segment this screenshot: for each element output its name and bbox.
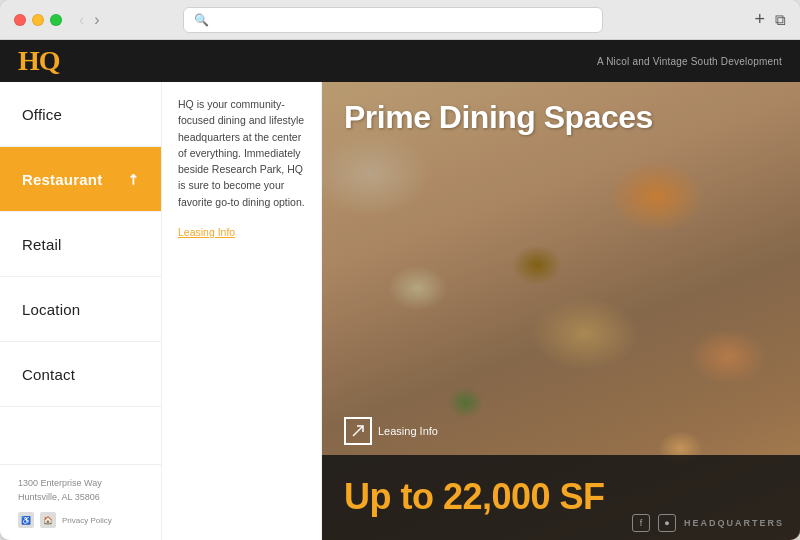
promo-subtitle: Up to 22,000 SF (344, 476, 605, 518)
contact-label: Contact (22, 366, 75, 383)
sidebar-item-retail[interactable]: Retail (0, 212, 161, 277)
content-area: HQ is your community-focused dining and … (162, 82, 800, 540)
maximize-button[interactable] (50, 14, 62, 26)
sidebar-item-contact[interactable]: Contact (0, 342, 161, 407)
site-tagline: A Nicol and Vintage South Development (597, 56, 782, 67)
search-input[interactable] (215, 13, 592, 27)
sidebar-address: 1300 Enterprise Way Huntsville, AL 35806 (18, 477, 143, 504)
site-logo: HQ (18, 47, 60, 75)
duplicate-tab-button[interactable]: ⧉ (775, 11, 786, 29)
back-button[interactable]: ‹ (76, 11, 87, 29)
address-bar[interactable]: 🔍 (183, 7, 603, 33)
site-topbar: HQ A Nicol and Vintage South Development (0, 40, 800, 82)
sidebar-footer-links: ♿ 🏠 Privacy Policy (18, 512, 143, 528)
description-text: HQ is your community-focused dining and … (178, 96, 305, 210)
social-label: HEADQUARTERS (684, 518, 784, 528)
new-tab-button[interactable]: + (754, 9, 765, 30)
location-label: Location (22, 301, 80, 318)
close-button[interactable] (14, 14, 26, 26)
description-panel: HQ is your community-focused dining and … (162, 82, 322, 540)
svg-line-0 (353, 426, 363, 436)
leasing-arrow-icon (344, 417, 372, 445)
wheelchair-icon: 🏠 (40, 512, 56, 528)
minimize-button[interactable] (32, 14, 44, 26)
social-footer: f ● HEADQUARTERS (632, 514, 784, 532)
website-content: HQ A Nicol and Vintage South Development… (0, 40, 800, 540)
promo-leasing-badge[interactable]: Leasing Info (344, 417, 438, 445)
accessibility-icon: ♿ (18, 512, 34, 528)
address-line2: Huntsville, AL 35806 (18, 491, 143, 505)
browser-actions: + ⧉ (754, 9, 786, 30)
office-label: Office (22, 106, 62, 123)
main-layout: Office Restaurant ↗ Retail Location Cont… (0, 82, 800, 540)
instagram-icon[interactable]: ● (658, 514, 676, 532)
browser-window: ‹ › 🔍 + ⧉ HQ A Nicol and Vintage South D… (0, 0, 800, 540)
traffic-lights (14, 14, 62, 26)
facebook-icon[interactable]: f (632, 514, 650, 532)
promo-title: Prime Dining Spaces (344, 100, 653, 135)
sidebar-footer: 1300 Enterprise Way Huntsville, AL 35806… (0, 464, 161, 540)
leasing-badge-label: Leasing Info (378, 425, 438, 437)
privacy-policy-link[interactable]: Privacy Policy (62, 516, 112, 525)
address-line1: 1300 Enterprise Way (18, 477, 143, 491)
browser-titlebar: ‹ › 🔍 + ⧉ (0, 0, 800, 40)
sidebar-item-restaurant[interactable]: Restaurant ↗ (0, 147, 161, 212)
promo-panel: Up to 22,000 SF f ● HEADQUARTERS Prime D… (322, 82, 800, 540)
nav-arrows: ‹ › (76, 11, 103, 29)
forward-button[interactable]: › (91, 11, 102, 29)
sidebar-nav: Office Restaurant ↗ Retail Location Cont… (0, 82, 161, 464)
sidebar: Office Restaurant ↗ Retail Location Cont… (0, 82, 162, 540)
restaurant-label: Restaurant (22, 171, 102, 188)
promo-bottom-bar: Up to 22,000 SF f ● HEADQUARTERS (322, 455, 800, 540)
sidebar-item-office[interactable]: Office (0, 82, 161, 147)
restaurant-arrow-icon: ↗ (123, 169, 143, 189)
leasing-info-link[interactable]: Leasing Info (178, 226, 235, 238)
retail-label: Retail (22, 236, 62, 253)
sidebar-item-location[interactable]: Location (0, 277, 161, 342)
search-icon: 🔍 (194, 13, 209, 27)
